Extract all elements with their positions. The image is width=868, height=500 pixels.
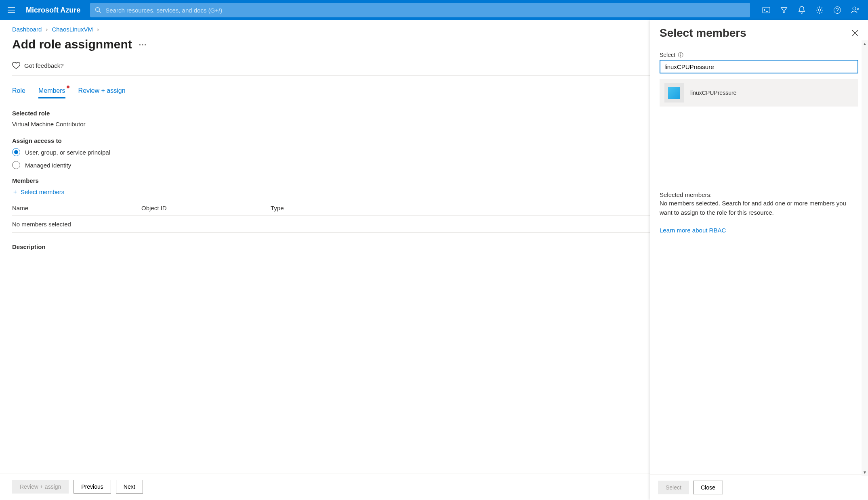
next-button[interactable]: Next [116, 480, 143, 494]
previous-button[interactable]: Previous [74, 480, 111, 494]
page-title: Add role assignment [12, 38, 132, 51]
account-icon[interactable] [847, 2, 863, 18]
col-object-id: Object ID [141, 205, 271, 211]
select-input[interactable] [660, 60, 858, 73]
radio-icon [12, 161, 20, 169]
tab-review[interactable]: Review + assign [78, 87, 126, 98]
tab-role[interactable]: Role [12, 87, 25, 98]
close-icon[interactable] [852, 30, 858, 36]
cloud-shell-icon[interactable] [758, 2, 774, 18]
svg-point-4 [837, 12, 838, 13]
svg-rect-1 [763, 7, 770, 13]
selected-members-text: No members selected. Search for and add … [660, 199, 858, 217]
learn-more-link[interactable]: Learn more about RBAC [660, 227, 726, 234]
panel-scrollbar[interactable]: ▲ ▼ [862, 40, 868, 476]
breadcrumb-item[interactable]: ChaosLinuxVM [52, 26, 93, 33]
chevron-right-icon: › [97, 26, 99, 33]
radio-icon [12, 148, 20, 156]
panel-close-button[interactable]: Close [693, 481, 723, 494]
search-result-item[interactable]: linuxCPUPressure [660, 79, 858, 107]
search-input[interactable] [105, 7, 745, 14]
attention-dot-icon [67, 86, 69, 88]
scroll-down-icon[interactable]: ▼ [862, 469, 868, 476]
search-box[interactable] [90, 3, 750, 17]
radio-label: User, group, or service principal [25, 149, 110, 156]
scroll-up-icon[interactable]: ▲ [862, 40, 868, 47]
notifications-icon[interactable] [794, 2, 810, 18]
brand-label[interactable]: Microsoft Azure [26, 6, 80, 15]
tab-members[interactable]: Members [38, 87, 65, 98]
more-icon[interactable]: ⋯ [139, 40, 147, 49]
filter-icon[interactable] [776, 2, 792, 18]
plus-icon: ＋ [12, 188, 18, 196]
select-field-label: Select [660, 52, 675, 58]
info-icon[interactable] [678, 52, 683, 58]
selected-members-title: Selected members: [660, 191, 858, 198]
breadcrumb-item[interactable]: Dashboard [12, 26, 42, 33]
help-icon[interactable] [829, 2, 845, 18]
panel-title: Select members [660, 27, 746, 40]
review-assign-button: Review + assign [12, 480, 69, 494]
col-name: Name [12, 205, 141, 211]
chevron-right-icon: › [46, 26, 48, 33]
radio-label: Managed identity [25, 162, 71, 169]
panel-select-button: Select [658, 481, 689, 494]
top-bar: Microsoft Azure [0, 0, 868, 20]
feedback-label: Got feedback? [24, 62, 64, 69]
result-name: linuxCPUPressure [690, 90, 736, 96]
svg-point-0 [96, 8, 100, 12]
svg-point-5 [853, 7, 856, 10]
svg-point-2 [818, 9, 821, 11]
result-thumbnail-icon [664, 83, 684, 103]
menu-icon[interactable] [5, 4, 18, 17]
tab-members-label: Members [38, 87, 65, 94]
settings-icon[interactable] [811, 2, 828, 18]
select-members-label: Select members [21, 188, 64, 195]
svg-point-7 [680, 53, 681, 54]
top-icons [758, 2, 863, 18]
select-members-panel: Select members Select linuxCPUPressure S… [650, 20, 868, 500]
